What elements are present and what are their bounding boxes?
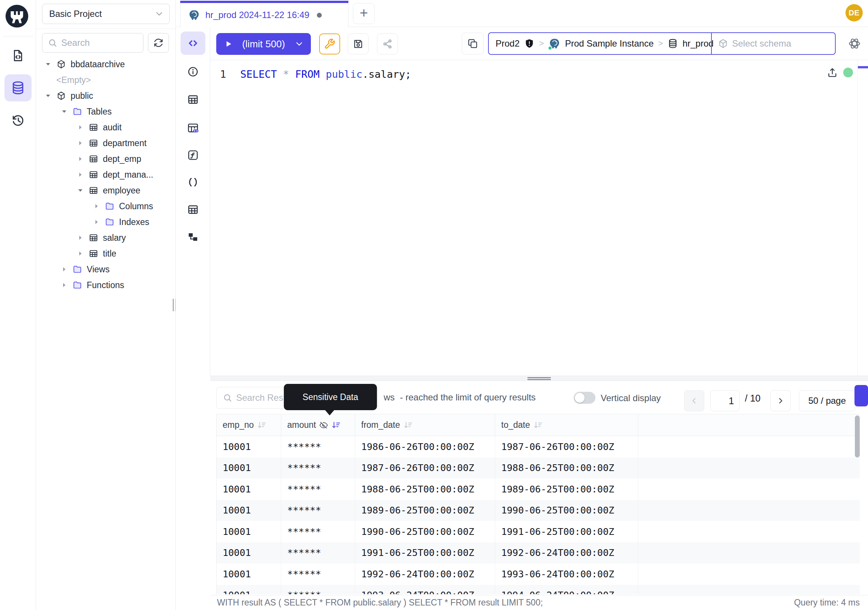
cell-amount[interactable]: ****** — [281, 563, 355, 585]
caret-right-icon[interactable] — [77, 155, 84, 163]
cell-emp_no[interactable]: 10001 — [217, 542, 281, 564]
tree-item-employee[interactable]: employee — [36, 183, 176, 198]
caret-right-icon[interactable] — [77, 124, 84, 131]
add-tab-button[interactable]: + — [353, 3, 375, 24]
tree-item-dept-emp[interactable]: dept_emp — [36, 151, 176, 167]
bytebase-logo-icon[interactable] — [5, 4, 29, 28]
avatar[interactable]: DE — [845, 4, 863, 22]
schema-select[interactable]: Select schema — [711, 33, 835, 54]
caret-down-icon[interactable] — [77, 187, 84, 194]
caret-down-icon[interactable] — [60, 108, 68, 115]
cell-empty[interactable] — [638, 436, 860, 458]
strip-item-table[interactable] — [181, 200, 205, 219]
table-row[interactable]: 10001******1987-06-26T00:00:00Z1988-06-2… — [217, 458, 860, 479]
cell-from_date[interactable]: 1991-06-25T00:00:00Z — [355, 542, 495, 564]
page-number-input[interactable]: 1 — [710, 390, 739, 411]
page-size-select[interactable]: 50 / page — [799, 390, 855, 411]
table-row[interactable]: 10001******1990-06-25T00:00:00Z1991-06-2… — [217, 521, 860, 542]
tree-item-title[interactable]: title — [36, 246, 176, 261]
cell-empty[interactable] — [638, 478, 860, 500]
cell-emp_no[interactable]: 10001 — [217, 436, 281, 458]
cell-emp_no[interactable]: 10001 — [217, 563, 281, 585]
cell-from_date[interactable]: 1992-06-24T00:00:00Z — [355, 563, 495, 585]
cell-empty[interactable] — [638, 585, 860, 594]
sql-editor[interactable]: 1 SELECT * FROM public.salary; — [210, 60, 868, 376]
connection-breadcrumb[interactable]: Prod2 > Prod Sample Instance > hr_prod S… — [488, 32, 836, 55]
breadcrumb-left[interactable]: Prod2 > Prod Sample Instance > hr_prod — [489, 33, 711, 54]
prev-page-button[interactable] — [684, 390, 704, 411]
cell-emp_no[interactable]: 10001 — [217, 585, 281, 594]
caret-down-icon[interactable] — [44, 92, 52, 99]
table-row[interactable]: 10001******1992-06-24T00:00:00Z1993-06-2… — [217, 563, 860, 585]
rail-item-databases[interactable] — [5, 75, 31, 101]
cell-to_date[interactable]: 1990-06-25T00:00:00Z — [495, 500, 638, 522]
run-query-button[interactable]: (limit 500) — [216, 33, 311, 55]
admin-wrench-button[interactable] — [319, 33, 340, 54]
save-sheet-button[interactable] — [348, 33, 369, 54]
refresh-button[interactable] — [148, 33, 169, 53]
sidebar-search[interactable] — [42, 33, 143, 53]
cell-amount[interactable]: ****** — [281, 521, 355, 542]
caret-right-icon[interactable] — [93, 202, 100, 210]
table-row[interactable]: 10001******1988-06-25T00:00:00Z1989-06-2… — [217, 478, 860, 500]
cell-to_date[interactable]: 1989-06-25T00:00:00Z — [495, 478, 638, 500]
cell-empty[interactable] — [638, 521, 860, 542]
column-header-emp_no[interactable]: emp_no — [217, 414, 281, 436]
strip-item-table[interactable] — [181, 90, 205, 109]
strip-item-info[interactable] — [181, 62, 205, 81]
caret-right-icon[interactable] — [77, 250, 84, 257]
cell-amount[interactable]: ****** — [281, 478, 355, 500]
panel-resize-divider[interactable] — [210, 376, 868, 381]
sort-icon[interactable] — [331, 420, 341, 430]
cell-amount[interactable]: ****** — [281, 458, 355, 479]
table-row[interactable]: 10001******1986-06-26T00:00:00Z1987-06-2… — [217, 436, 860, 458]
next-page-button[interactable] — [770, 390, 790, 411]
cell-to_date[interactable]: 1987-06-26T00:00:00Z — [495, 436, 638, 458]
export-button-clipped[interactable] — [854, 385, 868, 407]
cell-amount[interactable]: ****** — [281, 542, 355, 564]
cell-from_date[interactable]: 1990-06-25T00:00:00Z — [355, 521, 495, 542]
share-button[interactable] — [377, 33, 398, 54]
caret-right-icon[interactable] — [93, 218, 100, 226]
tree-item-bbdataarchive[interactable]: bbdataarchive — [36, 56, 176, 72]
cell-amount[interactable]: ****** — [281, 500, 355, 522]
cell-from_date[interactable]: 1986-06-26T00:00:00Z — [355, 436, 495, 458]
cell-emp_no[interactable]: 10001 — [217, 458, 281, 479]
cell-empty[interactable] — [638, 500, 860, 522]
tree-item-public[interactable]: public — [36, 88, 176, 104]
tree-item-functions[interactable]: Functions — [36, 277, 176, 293]
tree-item-audit[interactable]: audit — [36, 120, 176, 135]
connection-compare-button[interactable] — [462, 33, 484, 54]
caret-right-icon[interactable] — [60, 265, 68, 273]
cell-to_date[interactable]: 1994-06-24T00:00:00Z — [495, 585, 638, 594]
cell-to_date[interactable]: 1991-06-25T00:00:00Z — [495, 521, 638, 542]
cell-from_date[interactable]: 1987-06-26T00:00:00Z — [355, 458, 495, 479]
sql-code-line[interactable]: SELECT * FROM public.salary; — [240, 68, 411, 80]
cell-to_date[interactable]: 1988-06-25T00:00:00Z — [495, 458, 638, 479]
cell-to_date[interactable]: 1993-06-24T00:00:00Z — [495, 563, 638, 585]
strip-item-parentheses[interactable] — [181, 173, 205, 192]
tree-item-indexes[interactable]: Indexes — [36, 214, 176, 230]
cell-from_date[interactable]: 1989-06-25T00:00:00Z — [355, 500, 495, 522]
cell-emp_no[interactable]: 10001 — [217, 521, 281, 542]
upload-icon[interactable] — [827, 67, 838, 78]
cell-from_date[interactable]: 1988-06-25T00:00:00Z — [355, 478, 495, 500]
rail-item-history[interactable] — [0, 110, 36, 131]
ai-assistant-button[interactable] — [845, 33, 864, 54]
sidebar-search-input[interactable] — [61, 37, 138, 48]
cell-empty[interactable] — [638, 458, 860, 479]
cell-amount[interactable]: ****** — [281, 436, 355, 458]
cell-amount[interactable]: ****** — [281, 585, 355, 594]
caret-right-icon[interactable] — [60, 281, 68, 289]
column-header-amount[interactable]: amount — [281, 414, 355, 436]
tree-item-dept-mana[interactable]: dept_mana... — [36, 167, 176, 183]
table-row[interactable]: 10001******1989-06-25T00:00:00Z1990-06-2… — [217, 500, 860, 522]
table-row[interactable]: 10001******1991-06-25T00:00:00Z1992-06-2… — [217, 542, 860, 564]
table-row[interactable]: 10001******1993-06-24T00:00:00Z1994-06-2… — [217, 585, 860, 594]
tree-item-empty[interactable]: <Empty> — [36, 72, 176, 88]
strip-item-masked-table[interactable] — [181, 119, 205, 138]
caret-right-icon[interactable] — [77, 234, 84, 242]
cell-emp_no[interactable]: 10001 — [217, 500, 281, 522]
sort-icon[interactable] — [403, 420, 413, 430]
tree-item-views[interactable]: Views — [36, 261, 176, 277]
